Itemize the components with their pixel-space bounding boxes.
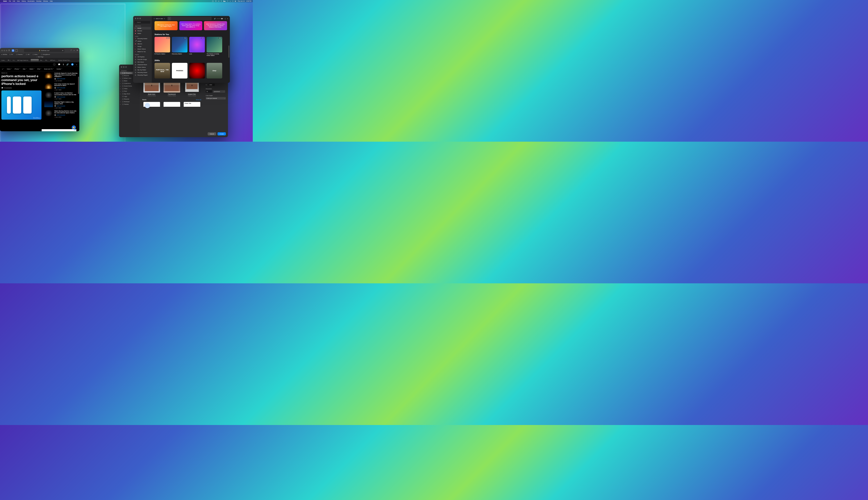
action-comment-icon[interactable]: 💬 [58, 64, 60, 66]
prev-track-icon[interactable]: ◀◀ [156, 18, 158, 20]
action-add-icon[interactable]: ＋ [53, 63, 56, 66]
sidebar-item[interactable]: ▤Recently Played [133, 74, 152, 76]
scrollbar[interactable] [228, 45, 229, 58]
album-card[interactable] [189, 63, 205, 79]
story-item[interactable]: How many rockets has SpaceX launched in … [44, 83, 78, 90]
tabs-overview-icon[interactable]: ⧉ [77, 49, 78, 52]
nav-item[interactable]: Mac ˅ [22, 68, 28, 70]
favorite-item[interactable]: ▢ Smörgåsbord [41, 54, 50, 55]
template-basic[interactable] [163, 102, 180, 107]
hero-card[interactable]: Albert Hammond Jr, Young the Giant, Fitz… [204, 21, 227, 30]
favorite-item[interactable]: ▸ 9to5Mac [1, 54, 7, 55]
sidebar-item[interactable]: ▤All Playlists [133, 56, 152, 58]
notifications-button[interactable]: 🔔 [72, 125, 76, 129]
sidebar-item[interactable]: ▸▢ Mockups [119, 100, 140, 103]
play-icon[interactable]: ▶ [159, 18, 160, 20]
menu-help[interactable]: Help [50, 0, 53, 2]
now-playing[interactable]: ♪ [168, 17, 212, 20]
menu-edit[interactable]: Edit [13, 0, 15, 2]
menu-file[interactable]: File [9, 0, 11, 2]
sidebar-item[interactable]: ▸Music Videos [133, 48, 152, 50]
show-all-link[interactable]: Show All [196, 99, 201, 101]
repeat-icon[interactable]: ↻ [164, 18, 165, 20]
sidebar-item[interactable]: ▤90's Music [133, 61, 152, 64]
sidebar-item[interactable]: ▸▢ Video [119, 87, 140, 90]
sidebar-item[interactable]: ▤Music Videos [133, 66, 152, 69]
tab[interactable]: + N… [12, 59, 16, 61]
menubar-date[interactable]: Thu Jun 13 [238, 0, 244, 2]
create-button[interactable]: Create [218, 132, 226, 135]
sidebar-item[interactable]: 🎤Artists [133, 40, 152, 43]
tab[interactable] [31, 59, 39, 61]
sidebar-item[interactable]: ▤Classical Music [133, 64, 152, 66]
menu-develop[interactable]: Develop [36, 0, 41, 2]
extension-icon[interactable] [15, 49, 18, 52]
article-headline[interactable]: perform actions based e command you set,… [1, 74, 42, 86]
nav-item[interactable]: Watch ˅ [28, 68, 36, 70]
search-tabs-icon[interactable]: ⌕ [78, 60, 79, 61]
story-author[interactable]: Seth Kurkowski [57, 114, 65, 116]
hero-card[interactable]: Milky Chance, OneRepublic, Oliver Tree, … [155, 21, 178, 30]
album-card[interactable]: Davy [207, 63, 222, 79]
resolution-unit-select[interactable]: pixels/inch⌄ [213, 90, 225, 93]
favorite-item[interactable]: ▢ GB ˅ [26, 54, 31, 55]
ad-banner[interactable]: ▷✕ [42, 129, 76, 131]
traffic-minimize[interactable] [137, 18, 138, 19]
reload-icon[interactable]: ⟳ [62, 50, 64, 52]
app-menu[interactable]: Safari [3, 0, 7, 2]
tab[interactable]: PN… [44, 59, 49, 61]
resolution-input[interactable] [206, 90, 212, 93]
battery-icon[interactable]: ▮▬ [224, 0, 226, 2]
cancel-button[interactable]: Cancel [208, 132, 216, 135]
start-page-tab[interactable]: ☆ Start Page [0, 56, 79, 58]
control-center-icon[interactable]: ⎚ [232, 0, 233, 2]
height-input[interactable] [208, 83, 215, 86]
nav-item[interactable]: s ˅ [1, 68, 5, 70]
nav-item[interactable]: iPhone ˅ [13, 68, 21, 70]
traffic-zoom[interactable] [139, 18, 141, 19]
nav-item[interactable]: Music and TV ˅ [43, 68, 55, 70]
sidebar-item[interactable]: ▸▢ Social Media [119, 85, 140, 87]
favorite-item[interactable]: ▢ Music ˅ [33, 54, 39, 55]
nav-item[interactable]: Vision ˅ [6, 68, 13, 70]
sidebar-item[interactable]: ▤Albums [133, 43, 152, 45]
station-card[interactable]: Music The Strokes & Similar Artists Stat… [207, 37, 222, 56]
breadcrumb[interactable]: PADOS 18 [1, 72, 42, 73]
next-track-icon[interactable]: ▶▶ [161, 18, 163, 20]
sidebar-item[interactable]: ⌂Home [134, 27, 151, 30]
lyrics-icon[interactable]: ♪| [225, 18, 226, 20]
template-basic[interactable] [144, 102, 160, 107]
traffic-zoom[interactable] [6, 50, 7, 51]
story-author[interactable]: Seth Kurkowski [57, 96, 65, 98]
favorite-item[interactable]: ▢ Fill ˅ [9, 54, 14, 55]
template-basic[interactable]: Poster Title [184, 102, 200, 107]
scrollbar[interactable] [78, 77, 79, 94]
story-item[interactable]: Celebrate SpaceX's fourth Starship fligh… [44, 72, 78, 81]
sidebar-item[interactable]: ♪Songs [133, 45, 152, 48]
clock-icon[interactable]: ① [215, 0, 216, 2]
traffic-close[interactable] [135, 18, 136, 19]
story-item[interactable]: Watch Boeing Starliner dock with the Int… [44, 110, 78, 117]
story-item[interactable]: It wasn't clean, but Starliner successfu… [44, 92, 78, 100]
sidebar-item[interactable]: ▢ Logo [119, 95, 140, 98]
tab[interactable]: ⬓ Purge Cache for… [17, 59, 30, 61]
status-icon[interactable]: ◯ [212, 0, 214, 2]
action-darkmode-icon[interactable]: ◐ [71, 63, 73, 66]
bluetooth-icon[interactable]: ᛒ [221, 0, 222, 2]
hero-card[interactable]: CAKE, Regina Spektor, The Lumineers, Wee… [179, 21, 203, 30]
favorite-item[interactable]: ▢ Finances ˅ [16, 54, 24, 55]
display-icon[interactable]: ▭ [218, 0, 219, 2]
tab[interactable]: WPForm… [49, 59, 57, 61]
nav-item[interactable]: iPad ˅ [36, 68, 42, 70]
action-search-icon[interactable]: ⌕ [76, 64, 77, 66]
new-tab-icon[interactable]: ＋ [73, 49, 75, 52]
nav-item[interactable]: Guides ˅ [56, 68, 63, 70]
spotlight-icon[interactable]: ⌕ [230, 0, 231, 2]
menu-history[interactable]: History [22, 0, 26, 2]
extension-gcal-icon[interactable]: G [12, 49, 14, 52]
traffic-close[interactable] [121, 66, 122, 68]
story-author[interactable]: Seth Kurkowski [57, 105, 65, 106]
sidebar-item[interactable]: ▢ Resume [119, 98, 140, 100]
wifi-icon[interactable]: ᯤ [227, 0, 228, 2]
sidebar-item[interactable]: ▤My Top Rated [133, 69, 152, 71]
